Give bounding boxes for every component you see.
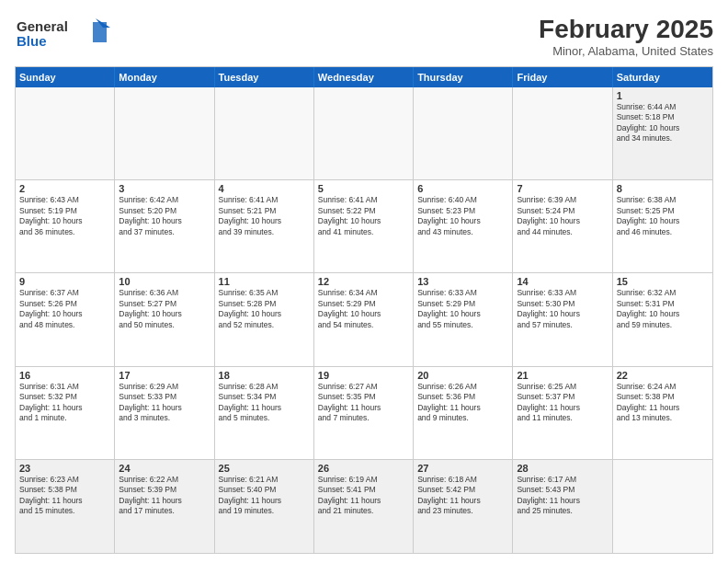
day-info: Sunrise: 6:43 AM Sunset: 5:19 PM Dayligh… — [19, 195, 110, 237]
calendar-cell-day: 23Sunrise: 6:23 AM Sunset: 5:38 PM Dayli… — [16, 460, 115, 553]
calendar-cell-day: 28Sunrise: 6:17 AM Sunset: 5:43 PM Dayli… — [513, 460, 612, 553]
day-info: Sunrise: 6:22 AM Sunset: 5:39 PM Dayligh… — [119, 475, 210, 517]
calendar-cell-day: 24Sunrise: 6:22 AM Sunset: 5:39 PM Dayli… — [115, 460, 214, 553]
calendar-cell-empty — [513, 87, 612, 179]
calendar-header-cell: Wednesday — [314, 67, 414, 87]
calendar-cell-day: 10Sunrise: 6:36 AM Sunset: 5:27 PM Dayli… — [115, 273, 214, 365]
calendar-cell-day: 12Sunrise: 6:34 AM Sunset: 5:29 PM Dayli… — [314, 273, 414, 365]
calendar-cell-day: 25Sunrise: 6:21 AM Sunset: 5:40 PM Dayli… — [215, 460, 314, 553]
calendar-cell-day: 9Sunrise: 6:37 AM Sunset: 5:26 PM Daylig… — [16, 273, 115, 365]
day-number: 24 — [119, 463, 210, 474]
day-info: Sunrise: 6:27 AM Sunset: 5:35 PM Dayligh… — [318, 382, 409, 424]
calendar-cell-day: 4Sunrise: 6:41 AM Sunset: 5:21 PM Daylig… — [215, 180, 314, 272]
calendar-cell-empty — [414, 87, 513, 179]
calendar-cell-day: 1Sunrise: 6:44 AM Sunset: 5:18 PM Daylig… — [613, 87, 712, 179]
calendar-cell-day: 18Sunrise: 6:28 AM Sunset: 5:34 PM Dayli… — [215, 367, 314, 459]
calendar-cell-day: 22Sunrise: 6:24 AM Sunset: 5:38 PM Dayli… — [613, 367, 712, 459]
header: General Blue February 2025 Minor, Alabam… — [15, 15, 713, 59]
subtitle: Minor, Alabama, United States — [539, 44, 713, 58]
day-info: Sunrise: 6:32 AM Sunset: 5:31 PM Dayligh… — [617, 288, 709, 330]
day-info: Sunrise: 6:35 AM Sunset: 5:28 PM Dayligh… — [219, 288, 310, 330]
calendar-cell-day: 27Sunrise: 6:18 AM Sunset: 5:42 PM Dayli… — [414, 460, 513, 553]
day-info: Sunrise: 6:38 AM Sunset: 5:25 PM Dayligh… — [617, 195, 709, 237]
calendar-cell-day: 13Sunrise: 6:33 AM Sunset: 5:29 PM Dayli… — [414, 273, 513, 365]
calendar-header-cell: Sunday — [16, 67, 115, 87]
day-number: 19 — [318, 370, 409, 381]
day-number: 16 — [19, 370, 110, 381]
day-info: Sunrise: 6:18 AM Sunset: 5:42 PM Dayligh… — [417, 475, 508, 517]
calendar-cell-day: 17Sunrise: 6:29 AM Sunset: 5:33 PM Dayli… — [115, 367, 214, 459]
day-number: 28 — [517, 463, 608, 474]
svg-text:General: General — [17, 18, 68, 34]
day-number: 13 — [417, 276, 508, 287]
day-number: 20 — [417, 370, 508, 381]
calendar-cell-empty — [215, 87, 314, 179]
day-info: Sunrise: 6:36 AM Sunset: 5:27 PM Dayligh… — [119, 288, 210, 330]
day-info: Sunrise: 6:23 AM Sunset: 5:38 PM Dayligh… — [19, 475, 110, 517]
day-info: Sunrise: 6:31 AM Sunset: 5:32 PM Dayligh… — [19, 382, 110, 424]
calendar-week-row: 9Sunrise: 6:37 AM Sunset: 5:26 PM Daylig… — [16, 273, 712, 366]
day-info: Sunrise: 6:40 AM Sunset: 5:23 PM Dayligh… — [417, 195, 508, 237]
calendar-week-row: 16Sunrise: 6:31 AM Sunset: 5:32 PM Dayli… — [16, 367, 712, 460]
day-number: 21 — [517, 370, 608, 381]
calendar-header-cell: Monday — [115, 67, 214, 87]
day-number: 5 — [318, 183, 409, 194]
day-info: Sunrise: 6:42 AM Sunset: 5:20 PM Dayligh… — [119, 195, 210, 237]
calendar-cell-day: 2Sunrise: 6:43 AM Sunset: 5:19 PM Daylig… — [16, 180, 115, 272]
calendar-cell-day: 8Sunrise: 6:38 AM Sunset: 5:25 PM Daylig… — [613, 180, 712, 272]
day-number: 27 — [417, 463, 508, 474]
calendar-cell-day: 6Sunrise: 6:40 AM Sunset: 5:23 PM Daylig… — [414, 180, 513, 272]
calendar-cell-day: 21Sunrise: 6:25 AM Sunset: 5:37 PM Dayli… — [513, 367, 612, 459]
day-info: Sunrise: 6:41 AM Sunset: 5:21 PM Dayligh… — [219, 195, 310, 237]
calendar-cell-day: 5Sunrise: 6:41 AM Sunset: 5:22 PM Daylig… — [314, 180, 414, 272]
day-info: Sunrise: 6:37 AM Sunset: 5:26 PM Dayligh… — [19, 288, 110, 330]
day-number: 10 — [119, 276, 210, 287]
day-number: 6 — [417, 183, 508, 194]
calendar: SundayMondayTuesdayWednesdayThursdayFrid… — [15, 66, 713, 554]
day-info: Sunrise: 6:34 AM Sunset: 5:29 PM Dayligh… — [318, 288, 409, 330]
day-info: Sunrise: 6:24 AM Sunset: 5:38 PM Dayligh… — [617, 382, 709, 424]
day-info: Sunrise: 6:33 AM Sunset: 5:29 PM Dayligh… — [417, 288, 508, 330]
calendar-cell-empty — [16, 87, 115, 179]
calendar-header-cell: Saturday — [613, 67, 712, 87]
day-info: Sunrise: 6:33 AM Sunset: 5:30 PM Dayligh… — [517, 288, 608, 330]
calendar-cell-empty — [115, 87, 214, 179]
day-info: Sunrise: 6:19 AM Sunset: 5:41 PM Dayligh… — [318, 475, 409, 517]
day-number: 4 — [219, 183, 310, 194]
calendar-header: SundayMondayTuesdayWednesdayThursdayFrid… — [16, 67, 712, 87]
calendar-cell-day: 20Sunrise: 6:26 AM Sunset: 5:36 PM Dayli… — [414, 367, 513, 459]
day-info: Sunrise: 6:21 AM Sunset: 5:40 PM Dayligh… — [219, 475, 310, 517]
day-number: 25 — [219, 463, 310, 474]
day-info: Sunrise: 6:39 AM Sunset: 5:24 PM Dayligh… — [517, 195, 608, 237]
day-info: Sunrise: 6:25 AM Sunset: 5:37 PM Dayligh… — [517, 382, 608, 424]
day-number: 26 — [318, 463, 409, 474]
calendar-body: 1Sunrise: 6:44 AM Sunset: 5:18 PM Daylig… — [16, 87, 712, 553]
calendar-header-cell: Thursday — [414, 67, 513, 87]
day-info: Sunrise: 6:28 AM Sunset: 5:34 PM Dayligh… — [219, 382, 310, 424]
calendar-cell-day: 14Sunrise: 6:33 AM Sunset: 5:30 PM Dayli… — [513, 273, 612, 365]
day-number: 15 — [617, 276, 709, 287]
day-number: 9 — [19, 276, 110, 287]
day-number: 12 — [318, 276, 409, 287]
day-info: Sunrise: 6:41 AM Sunset: 5:22 PM Dayligh… — [318, 195, 409, 237]
main-title: February 2025 — [539, 15, 713, 44]
day-info: Sunrise: 6:29 AM Sunset: 5:33 PM Dayligh… — [119, 382, 210, 424]
calendar-cell-day: 16Sunrise: 6:31 AM Sunset: 5:32 PM Dayli… — [16, 367, 115, 459]
calendar-header-cell: Tuesday — [215, 67, 314, 87]
calendar-week-row: 1Sunrise: 6:44 AM Sunset: 5:18 PM Daylig… — [16, 87, 712, 180]
calendar-cell-empty — [613, 460, 712, 553]
svg-text:Blue: Blue — [17, 33, 47, 49]
calendar-header-cell: Friday — [513, 67, 612, 87]
day-number: 23 — [19, 463, 110, 474]
day-info: Sunrise: 6:17 AM Sunset: 5:43 PM Dayligh… — [517, 475, 608, 517]
calendar-week-row: 2Sunrise: 6:43 AM Sunset: 5:19 PM Daylig… — [16, 180, 712, 273]
day-number: 7 — [517, 183, 608, 194]
day-info: Sunrise: 6:44 AM Sunset: 5:18 PM Dayligh… — [617, 102, 709, 144]
day-number: 1 — [617, 90, 709, 101]
calendar-cell-day: 19Sunrise: 6:27 AM Sunset: 5:35 PM Dayli… — [314, 367, 414, 459]
day-number: 14 — [517, 276, 608, 287]
day-number: 3 — [119, 183, 210, 194]
calendar-cell-day: 11Sunrise: 6:35 AM Sunset: 5:28 PM Dayli… — [215, 273, 314, 365]
day-number: 18 — [219, 370, 310, 381]
day-number: 17 — [119, 370, 210, 381]
